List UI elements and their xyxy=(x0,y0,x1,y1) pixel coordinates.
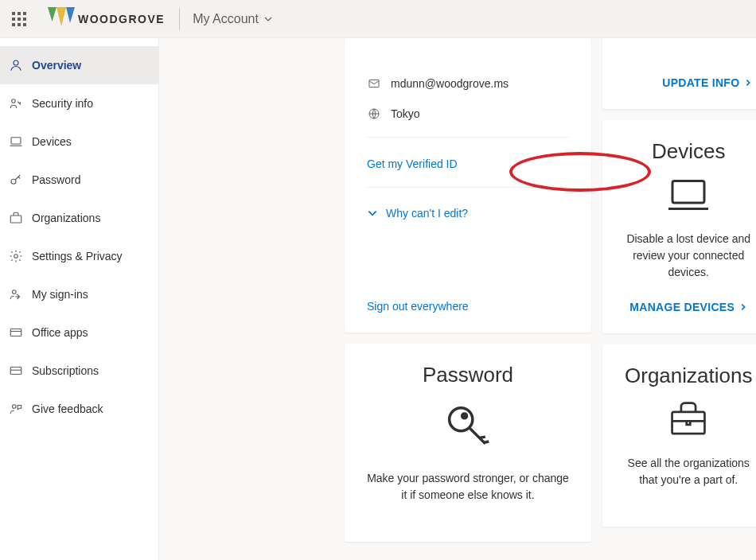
sign-out-everywhere-link[interactable]: Sign out everywhere xyxy=(367,300,469,313)
sidebar-item-organizations[interactable]: Organizations xyxy=(0,199,158,237)
signin-icon xyxy=(8,286,24,302)
svg-rect-18 xyxy=(672,412,705,434)
chevron-down-icon xyxy=(263,14,273,24)
svg-rect-11 xyxy=(10,368,21,375)
svg-point-6 xyxy=(11,179,16,184)
password-card: Password Make your password stronger, or… xyxy=(345,344,591,542)
chevron-right-icon xyxy=(744,79,752,87)
sidebar-item-settings-privacy[interactable]: Settings & Privacy xyxy=(0,237,158,275)
svg-point-8 xyxy=(14,255,18,259)
key-user-icon xyxy=(8,95,24,111)
card-title: Organizations xyxy=(625,364,752,388)
email-value: mdunn@woodgrove.ms xyxy=(391,77,509,90)
update-info-link[interactable]: UPDATE INFO xyxy=(662,76,752,89)
gear-icon xyxy=(8,248,24,264)
sidebar-item-label: Devices xyxy=(32,135,72,148)
svg-point-12 xyxy=(13,405,17,409)
sidebar-item-label: Subscriptions xyxy=(32,364,99,377)
svg-point-3 xyxy=(14,60,18,65)
svg-rect-7 xyxy=(10,216,21,223)
svg-rect-13 xyxy=(369,80,379,87)
chevron-down-icon xyxy=(367,208,378,219)
sidebar-item-label: Overview xyxy=(32,59,81,72)
profile-card: mdunn@woodgrove.ms Tokyo Get my Verified… xyxy=(345,38,591,332)
globe-icon xyxy=(367,107,381,121)
sidebar-item-label: Password xyxy=(32,173,80,186)
sidebar-item-label: My sign-ins xyxy=(32,288,88,301)
sidebar-item-label: Give feedback xyxy=(32,402,103,415)
feedback-icon xyxy=(8,401,24,417)
why-cant-i-edit-link[interactable]: Why can't I edit? xyxy=(367,207,569,220)
location-value: Tokyo xyxy=(391,107,420,120)
topbar: WOODGROVE My Account xyxy=(0,0,756,38)
sidebar-item-subscriptions[interactable]: Subscriptions xyxy=(0,352,158,390)
svg-rect-17 xyxy=(672,181,704,204)
main: mdunn@woodgrove.ms Tokyo Get my Verified… xyxy=(159,38,756,560)
sidebar-item-label: Office apps xyxy=(32,326,88,339)
sidebar-item-label: Organizations xyxy=(32,212,100,224)
key-icon xyxy=(8,172,24,188)
page-title: My Account xyxy=(193,12,259,26)
card-title: Devices xyxy=(625,139,752,164)
card-description: Make your password stronger, or change i… xyxy=(367,470,569,504)
svg-marker-2 xyxy=(66,7,75,23)
key-large-icon xyxy=(367,399,569,454)
card-icon xyxy=(8,363,24,379)
user-icon xyxy=(8,57,24,73)
svg-rect-10 xyxy=(10,329,21,336)
briefcase-icon xyxy=(8,210,24,226)
card-description: See all the organizations that you're a … xyxy=(625,455,752,488)
location-row: Tokyo xyxy=(367,107,569,121)
card-description: Disable a lost device and review your co… xyxy=(625,231,752,281)
mail-icon xyxy=(367,76,381,91)
sidebar-item-security-info[interactable]: Security info xyxy=(0,84,158,122)
sidebar-item-give-feedback[interactable]: Give feedback xyxy=(0,390,158,428)
svg-marker-1 xyxy=(57,7,66,26)
card-title: Password xyxy=(367,363,569,387)
svg-rect-5 xyxy=(11,138,21,144)
svg-marker-0 xyxy=(48,7,57,21)
manage-devices-label: MANAGE DEVICES xyxy=(629,301,735,313)
sidebar-item-my-signins[interactable]: My sign-ins xyxy=(0,275,158,313)
update-info-label: UPDATE INFO xyxy=(662,76,739,89)
divider xyxy=(179,8,180,30)
apps-icon xyxy=(8,325,24,340)
sidebar-item-devices[interactable]: Devices xyxy=(0,122,158,161)
laptop-large-icon xyxy=(625,175,752,215)
svg-point-4 xyxy=(12,99,16,103)
devices-card: Devices Disable a lost device and review… xyxy=(602,120,756,333)
sidebar-item-label: Settings & Privacy xyxy=(32,250,123,262)
app-launcher[interactable] xyxy=(0,0,38,38)
brand-logo-icon xyxy=(48,7,75,31)
brand[interactable]: WOODGROVE xyxy=(38,7,174,31)
waffle-icon xyxy=(12,12,26,26)
briefcase-large-icon xyxy=(625,399,752,439)
get-verified-id-link[interactable]: Get my Verified ID xyxy=(367,158,458,170)
svg-point-15 xyxy=(450,408,473,431)
why-cant-i-edit-label: Why can't I edit? xyxy=(386,207,468,220)
update-info-card: UPDATE INFO xyxy=(602,38,756,109)
divider xyxy=(367,137,569,138)
brand-text: WOODGROVE xyxy=(78,13,165,25)
sidebar-item-password[interactable]: Password xyxy=(0,161,158,199)
sidebar-item-label: Security info xyxy=(32,97,93,110)
laptop-icon xyxy=(8,134,24,150)
sidebar-item-office-apps[interactable]: Office apps xyxy=(0,313,158,352)
svg-point-16 xyxy=(462,414,467,418)
organizations-card: Organizations See all the organizations … xyxy=(602,344,756,527)
divider xyxy=(367,187,569,188)
svg-point-9 xyxy=(13,290,17,294)
chevron-right-icon xyxy=(739,303,747,311)
sidebar-item-overview[interactable]: Overview xyxy=(0,46,158,84)
page-title-dropdown[interactable]: My Account xyxy=(185,12,281,26)
email-row: mdunn@woodgrove.ms xyxy=(367,76,569,91)
sidebar: Overview Security info Devices Password … xyxy=(0,38,159,560)
manage-devices-link[interactable]: MANAGE DEVICES xyxy=(629,301,747,313)
